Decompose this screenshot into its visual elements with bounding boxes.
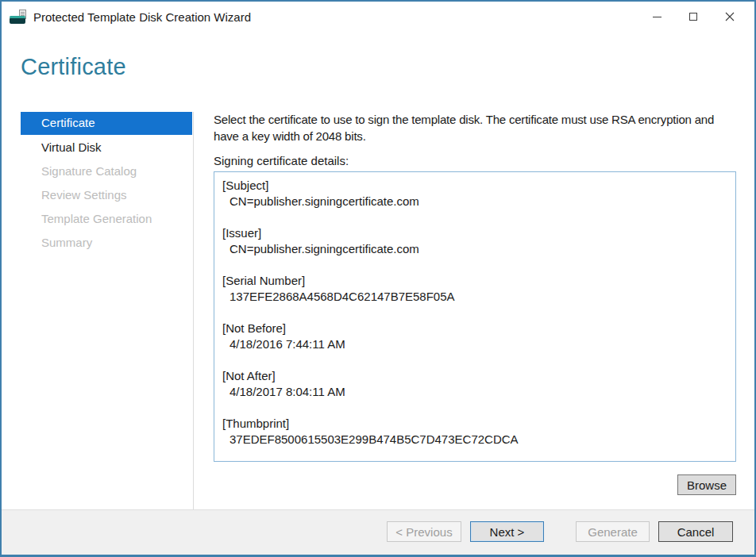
certificate-field-label: [Subject] xyxy=(222,178,727,194)
certificate-section-not-after: [Not After] 4/18/2017 8:04:11 AM xyxy=(222,368,727,400)
wizard-steps: Certificate Virtual Disk Signature Catal… xyxy=(21,112,192,255)
certificate-section-serial-number: [Serial Number] 137EFE2868A4568D4C62147B… xyxy=(222,273,727,305)
step-certificate[interactable]: Certificate xyxy=(21,112,192,135)
next-button[interactable]: Next > xyxy=(470,521,544,542)
certificate-field-label: [Thumbprint] xyxy=(222,416,727,432)
maximize-icon xyxy=(689,13,697,21)
certificate-field-value: CN=publisher.signingcertificate.com xyxy=(222,194,727,209)
step-virtual-disk[interactable]: Virtual Disk xyxy=(21,136,192,159)
certificate-field-value: 137EFE2868A4568D4C62147B7E58F05A xyxy=(222,289,727,305)
certificate-details-box: [Subject] CN=publisher.signingcertificat… xyxy=(214,171,736,462)
browse-button[interactable]: Browse xyxy=(677,474,736,495)
step-signature-catalog: Signature Catalog xyxy=(21,159,192,183)
disk-body-icon xyxy=(10,17,25,24)
certificate-section-not-before: [Not Before] 4/18/2016 7:44:11 AM xyxy=(222,321,727,352)
certificate-section-subject: [Subject] CN=publisher.signingcertificat… xyxy=(222,178,727,209)
page-content: Select the certificate to use to sign th… xyxy=(214,111,736,495)
step-summary: Summary xyxy=(21,231,192,255)
title-bar[interactable]: Protected Template Disk Creation Wizard xyxy=(2,2,754,32)
certificate-section-thumbprint: [Thumbprint] 37EDEF8500615503E299B474B5C… xyxy=(222,416,727,448)
browse-row: Browse xyxy=(214,474,736,495)
minimize-icon xyxy=(653,17,662,17)
minimize-button[interactable] xyxy=(638,2,675,32)
signing-details-label: Signing certificate details: xyxy=(214,154,736,167)
certificate-field-label: [Issuer] xyxy=(222,225,727,241)
window-controls xyxy=(638,2,754,32)
footer-bar: < Previous Next > Generate Cancel xyxy=(2,509,754,555)
window-title: Protected Template Disk Creation Wizard xyxy=(33,10,251,24)
step-review-settings: Review Settings xyxy=(21,183,192,207)
wizard-window: Protected Template Disk Creation Wizard … xyxy=(0,0,756,557)
certificate-field-label: [Not Before] xyxy=(222,321,727,336)
maximize-button[interactable] xyxy=(675,2,712,32)
certificate-field-value: 4/18/2017 8:04:11 AM xyxy=(222,384,727,400)
close-icon xyxy=(725,12,735,21)
certificate-field-label: [Serial Number] xyxy=(222,273,727,289)
step-template-generation: Template Generation xyxy=(21,207,192,231)
certificate-field-label: [Not After] xyxy=(222,368,727,384)
previous-button: < Previous xyxy=(387,521,461,542)
certificate-field-value: CN=publisher.signingcertificate.com xyxy=(222,241,727,257)
generate-button: Generate xyxy=(576,521,650,542)
cancel-button[interactable]: Cancel xyxy=(658,521,733,542)
page-title: Certificate xyxy=(21,54,126,80)
certificate-field-value: 37EDEF8500615503E299B474B5C7D473EC72CDCA xyxy=(222,432,727,448)
certificate-section-issuer: [Issuer] CN=publisher.signingcertificate… xyxy=(222,225,727,257)
instruction-text: Select the certificate to use to sign th… xyxy=(214,111,736,144)
certificate-field-value: 4/18/2016 7:44:11 AM xyxy=(222,336,727,352)
close-button[interactable] xyxy=(712,2,748,32)
disk-icon xyxy=(10,10,27,25)
sidebar-divider xyxy=(193,112,194,511)
